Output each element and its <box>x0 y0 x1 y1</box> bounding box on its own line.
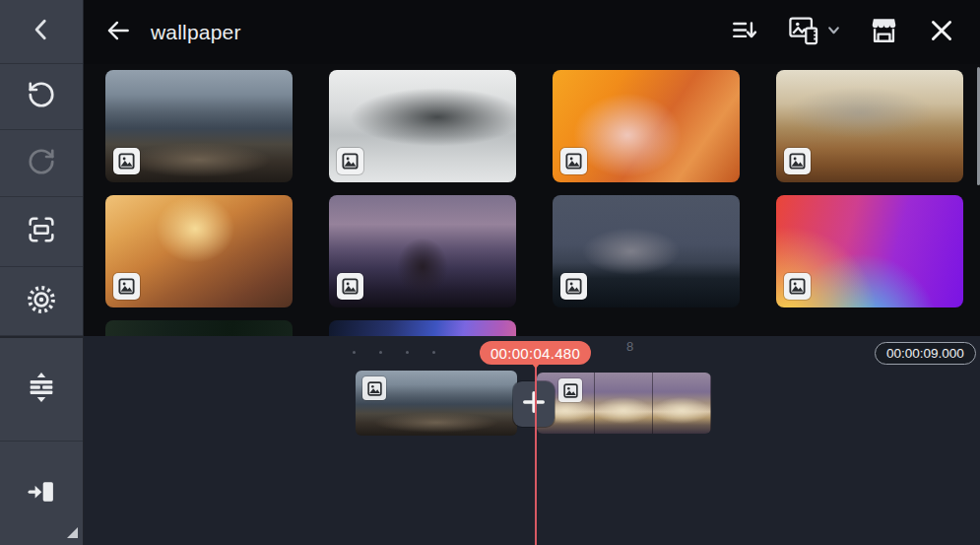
image-video-icon <box>786 14 821 51</box>
store-icon <box>868 14 900 50</box>
top-bar: wallpaper <box>84 0 980 64</box>
media-type-filter-button[interactable] <box>786 14 841 51</box>
thumbnail-dark-foliage[interactable] <box>105 320 293 336</box>
image-type-badge-icon <box>113 148 140 174</box>
undo-icon <box>27 80 56 113</box>
chevron-left-icon <box>29 16 54 47</box>
add-transition-button[interactable] <box>513 381 555 427</box>
clip-frame <box>653 373 711 434</box>
left-toolbar <box>0 0 84 545</box>
thumbnail-mountain-lake[interactable] <box>105 70 293 182</box>
thumbnail-wall-tower-dusk[interactable] <box>329 195 516 307</box>
sort-icon <box>730 16 759 49</box>
image-type-badge-icon <box>560 148 587 174</box>
screen-capture-icon <box>26 214 57 249</box>
asset-store-button[interactable] <box>868 14 900 50</box>
ruler-tick-dot <box>379 351 382 354</box>
jump-to-end-button[interactable] <box>0 442 83 545</box>
thumbnail-misty-mountains[interactable] <box>329 70 516 182</box>
sort-button[interactable] <box>730 16 759 49</box>
image-type-badge-icon <box>362 376 386 400</box>
image-type-badge-icon <box>784 273 811 300</box>
thumbnail-half-dome[interactable] <box>553 195 740 307</box>
playhead-line <box>535 364 537 545</box>
thumbnail-canyon-wave[interactable] <box>553 70 740 182</box>
current-time-pointer <box>532 364 540 369</box>
ruler-second-label: 8 <box>626 339 633 354</box>
ruler-tick-dot <box>406 351 409 354</box>
back-arrow-icon <box>103 16 133 49</box>
tracks-expand-icon <box>25 371 58 408</box>
image-type-badge-icon <box>560 273 587 300</box>
image-type-badge-icon <box>113 273 140 300</box>
clip-frame <box>595 373 653 434</box>
timeline-clip-sports-car[interactable] <box>537 373 711 434</box>
plus-icon <box>520 388 548 420</box>
thumbnail-great-wall-autumn[interactable] <box>776 70 963 182</box>
expand-tracks-button[interactable] <box>0 336 83 442</box>
redo-icon <box>27 147 56 180</box>
page-title: wallpaper <box>151 21 241 44</box>
thumbnail-slot-canyon[interactable] <box>105 195 293 307</box>
image-type-badge-icon <box>337 273 363 300</box>
close-button[interactable] <box>927 16 956 49</box>
redo-button[interactable] <box>0 130 83 197</box>
arrow-into-bar-icon <box>25 475 58 512</box>
total-duration-badge: 00:00:09.000 <box>875 342 976 365</box>
timeline-clip-mountain-lake[interactable] <box>356 371 517 436</box>
image-type-badge-icon <box>558 378 582 402</box>
image-type-badge-icon <box>784 148 811 174</box>
collapse-panel-button[interactable] <box>0 0 83 64</box>
back-button[interactable] <box>103 16 133 49</box>
long-press-corner-indicator <box>67 527 78 538</box>
undo-button[interactable] <box>0 64 83 130</box>
thumbnail-aurora[interactable] <box>329 320 516 336</box>
thumbnail-color-gradient[interactable] <box>776 195 963 307</box>
timeline-panel: 8 00:00:09.000 00:00:04.480 <box>84 336 980 545</box>
close-icon <box>927 16 956 49</box>
settings-button[interactable] <box>0 267 83 336</box>
wallpaper-grid <box>84 64 980 336</box>
ruler-tick-dot <box>353 351 356 354</box>
capture-button[interactable] <box>0 197 83 267</box>
ruler-tick-dot <box>432 351 435 354</box>
video-editor-screen: { "topbar": { "title": "wallpaper", "ico… <box>0 0 980 545</box>
chevron-down-icon <box>826 23 841 41</box>
gear-icon <box>25 283 58 320</box>
current-time-badge: 00:00:04.480 <box>480 341 591 365</box>
image-type-badge-icon <box>337 148 363 174</box>
